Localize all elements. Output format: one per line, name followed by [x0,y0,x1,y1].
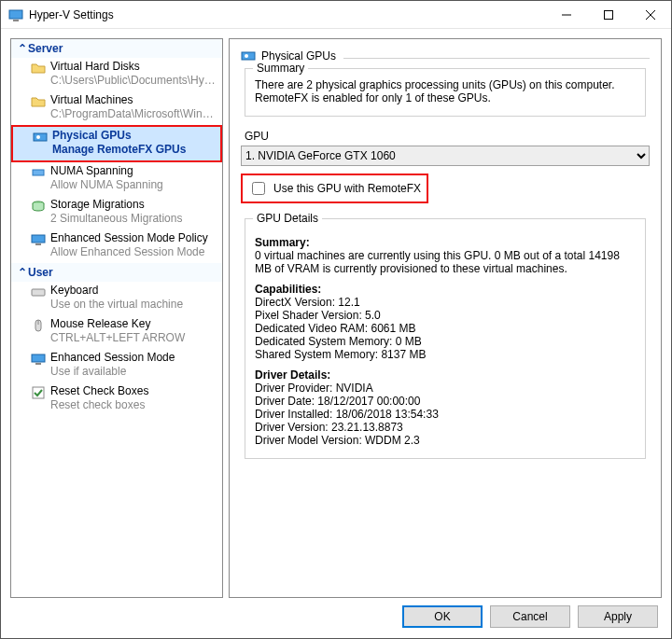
nav-item-label: Virtual Hard Disks [50,60,218,74]
svg-rect-1 [13,20,19,21]
svg-rect-0 [9,10,22,19]
driver-line: Driver Version: 23.21.13.8873 [255,421,636,434]
section-header-server[interactable]: ⌃ Server [11,39,222,58]
nav-item-sublabel: C:\Users\Public\Documents\Hyper-… [50,74,218,88]
group-label: Summary [253,62,308,75]
nav-item-label: Reset Check Boxes [50,384,218,398]
gpu-icon [33,130,48,145]
app-icon [8,7,23,22]
nav-item-sublabel: Allow Enhanced Session Mode [50,245,218,259]
group-label: GPU Details [253,212,322,225]
summary-group: Summary There are 2 physical graphics pr… [245,68,646,117]
chevron-up-icon: ⌃ [17,266,28,279]
nav-item-label: NUMA Spanning [50,164,218,178]
highlight-box: Physical GPUs Manage RemoteFX GPUs [11,125,222,162]
nav-item-sublabel: CTRL+ALT+LEFT ARROW [50,331,218,345]
nav-item-sublabel: 2 Simultaneous Migrations [50,212,218,226]
nav-item-sublabel: Use on the virtual machine [50,298,218,312]
chevron-up-icon: ⌃ [17,42,28,55]
capability-line: Dedicated System Memory: 0 MB [255,335,636,348]
nav-item-enhanced-session-mode[interactable]: Enhanced Session Mode Use if available [11,349,222,382]
nav-item-label: Storage Migrations [50,198,218,212]
svg-rect-10 [32,235,45,243]
ok-button[interactable]: OK [402,605,483,628]
capability-line: DirectX Version: 12.1 [255,296,636,309]
capability-line: Dedicated Video RAM: 6061 MB [255,322,636,335]
minimize-button[interactable] [545,1,587,29]
nav-item-virtual-hard-disks[interactable]: Virtual Hard Disks C:\Users\Public\Docum… [11,58,222,91]
details-panel: Physical GPUs Summary There are 2 physic… [229,38,662,598]
section-label: Server [28,42,63,55]
folder-icon [31,61,46,76]
nav-panel: ⌃ Server Virtual Hard Disks C:\Users\Pub… [10,38,223,598]
svg-rect-17 [33,387,44,398]
nav-item-mouse-release-key[interactable]: Mouse Release Key CTRL+ALT+LEFT ARROW [11,315,222,349]
nav-item-label: Enhanced Session Mode [50,351,218,365]
apply-button[interactable]: Apply [578,605,658,628]
gpu-details-group: GPU Details Summary: 0 virtual machines … [245,218,646,459]
details-driver-head: Driver Details: [255,368,636,382]
svg-rect-12 [32,289,45,296]
cancel-button[interactable]: Cancel [490,605,570,628]
nav-item-sublabel: Reset check boxes [50,398,218,412]
nav-item-virtual-machines[interactable]: Virtual Machines C:\ProgramData\Microsof… [11,91,222,125]
page-title: Physical GPUs [261,49,336,63]
nav-item-label: Keyboard [50,284,218,298]
details-summary-head: Summary: [255,236,636,249]
svg-rect-16 [35,363,41,365]
driver-line: Driver Installed: 18/06/2018 13:54:33 [255,408,636,421]
details-summary-text: 0 virtual machines are currently using t… [255,249,636,275]
storage-icon [31,199,46,214]
divider [343,58,650,59]
close-button[interactable] [629,1,671,29]
summary-text: There are 2 physical graphics processing… [255,78,636,104]
capability-line: Shared System Memory: 8137 MB [255,348,636,361]
titlebar: Hyper-V Settings [1,1,671,29]
nav-item-storage-migrations[interactable]: Storage Migrations 2 Simultaneous Migrat… [11,196,222,229]
svg-point-19 [245,54,248,58]
svg-rect-3 [604,10,612,19]
section-header-user[interactable]: ⌃ User [11,263,222,282]
nav-item-label: Enhanced Session Mode Policy [50,231,218,245]
nav-item-sublabel: Manage RemoteFX GPUs [52,143,217,157]
highlight-box: Use this GPU with RemoteFX [241,174,428,203]
nav-item-numa-spanning[interactable]: NUMA Spanning Allow NUMA Spanning [11,162,222,196]
nav-item-sublabel: C:\ProgramData\Microsoft\Windo… [50,107,218,121]
svg-point-7 [36,135,40,139]
svg-rect-11 [35,243,41,245]
folder-icon [31,94,46,109]
monitor-icon [31,352,46,367]
svg-rect-8 [33,170,44,175]
window-title: Hyper-V Settings [29,8,545,21]
driver-line: Driver Date: 18/12/2017 00:00:00 [255,395,636,408]
details-capabilities-head: Capabilities: [255,283,636,296]
gpu-label: GPU [245,130,650,143]
nav-item-sublabel: Use if available [50,365,218,379]
maximize-button[interactable] [587,1,629,29]
driver-line: Driver Provider: NVIDIA [255,382,636,395]
nav-item-label: Virtual Machines [50,93,218,107]
numa-icon [31,165,46,180]
mouse-icon [31,318,46,333]
checkbox-icon [31,385,46,400]
monitor-icon [31,232,46,247]
capability-line: Pixel Shader Version: 5.0 [255,309,636,322]
keyboard-icon [31,285,46,299]
use-gpu-remotefx-checkbox[interactable] [252,182,265,195]
nav-item-enhanced-session-policy[interactable]: Enhanced Session Mode Policy Allow Enhan… [11,229,222,263]
nav-item-label: Mouse Release Key [50,317,218,331]
dialog-buttons: OK Cancel Apply [1,598,671,637]
nav-item-physical-gpus[interactable]: Physical GPUs Manage RemoteFX GPUs [13,127,220,160]
gpu-select[interactable]: 1. NVIDIA GeForce GTX 1060 [241,146,650,166]
nav-item-reset-check-boxes[interactable]: Reset Check Boxes Reset check boxes [11,382,222,416]
driver-line: Driver Model Version: WDDM 2.3 [255,434,636,447]
svg-rect-15 [32,354,45,362]
checkbox-label: Use this GPU with RemoteFX [273,182,421,195]
nav-item-keyboard[interactable]: Keyboard Use on the virtual machine [11,282,222,315]
section-label: User [28,266,53,279]
nav-item-sublabel: Allow NUMA Spanning [50,178,218,192]
nav-item-label: Physical GPUs [52,129,217,143]
